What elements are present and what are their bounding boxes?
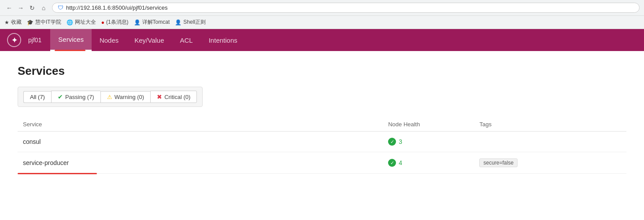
nav-links: Services Nodes Key/Value ACL Intentions [50,29,245,51]
filter-warning-label: Warning (0) [115,94,144,100]
nav-intentions-label: Intentions [209,37,237,44]
nav-nodes-label: Nodes [100,37,118,44]
health-check-icon: ✓ [388,138,396,146]
school-icon: 🎓 [27,19,33,26]
star-icon: ★ [4,19,9,26]
browser-controls: ← → ↻ ⌂ [4,3,48,13]
nav-link-acl[interactable]: ACL [172,29,201,51]
filter-critical-button[interactable]: ✖ Critical (0) [150,91,197,103]
bookmark-wangzhi[interactable]: 🌐 网址大全 [67,18,96,26]
filter-warning-button[interactable]: ⚠ Warning (0) [100,91,150,103]
nav-link-nodes[interactable]: Nodes [92,29,126,51]
nav-services-label: Services [58,36,84,43]
health-count: 4 [399,159,402,166]
bookmark-tomcat-label: 详解Tomcat [142,18,170,26]
bookmark-collect-label: 收藏 [11,18,22,26]
bookmark-shell-label: Shell正则 [183,18,206,26]
main-content: Services All (7) ✔ Passing (7) ⚠ Warning… [0,51,644,187]
nav-logo: ✦ [7,33,21,47]
reload-button[interactable]: ↻ [27,3,37,13]
bookmark-crx-label: (1条消息) [106,18,129,26]
col-header-service: Service [18,117,383,132]
globe-icon: 🌐 [67,19,73,26]
person-icon: 👤 [134,19,141,26]
back-button[interactable]: ← [4,3,14,13]
table-row[interactable]: service-producer ✓ 4 secure=false [18,152,626,174]
forward-button[interactable]: → [16,3,26,13]
critical-x-icon: ✖ [157,93,162,100]
page-title: Services [18,64,626,78]
health-check-icon: ✓ [388,159,396,167]
service-name-cell-producer: service-producer [18,152,383,174]
health-count: 3 [399,138,402,145]
bookmark-wangzhi-label: 网址大全 [75,18,96,26]
nav-acl-label: ACL [180,37,193,44]
table-header-row: Service Node Health Tags [18,117,626,132]
services-table: Service Node Health Tags consul ✓ [18,117,626,174]
address-bar[interactable]: 🛡 http://192.168.1.6:8500/ui/pjf01/servi… [52,3,640,13]
bookmark-crx[interactable]: ● (1条消息) [101,18,129,26]
nav-keyvalue-label: Key/Value [134,37,164,44]
health-cell-consul: ✓ 3 [383,132,474,152]
nav-link-services[interactable]: Services [50,29,92,51]
tags-cell-producer: secure=false [474,152,626,174]
browser-bar: ← → ↻ ⌂ 🛡 http://192.168.1.6:8500/ui/pjf… [0,0,644,16]
filter-critical-label: Critical (0) [164,94,190,100]
col-header-nodehealth: Node Health [383,117,474,132]
services-underline-annotation [55,50,85,51]
bookmark-tomcat[interactable]: 👤 详解Tomcat [134,18,170,26]
logo-icon: ✦ [11,36,17,44]
crx-icon: ● [101,19,104,26]
url-text: http://192.168.1.6:8500/ui/pjf01/service… [66,4,168,11]
table-row[interactable]: consul ✓ 3 [18,132,626,152]
home-button[interactable]: ⌂ [39,3,48,13]
tags-cell-consul [474,132,626,152]
producer-underline-annotation [18,173,97,174]
nav-link-keyvalue[interactable]: Key/Value [126,29,172,51]
security-shield-icon: 🛡 [58,4,63,11]
health-indicator: ✓ 3 [388,138,469,146]
filter-passing-button[interactable]: ✔ Passing (7) [51,91,100,103]
col-header-tags: Tags [474,117,626,132]
bookmark-zhongit-label: 慧中IT学院 [35,18,61,26]
bookmarks-bar: ★ 收藏 🎓 慧中IT学院 🌐 网址大全 ● (1条消息) 👤 详解Tomcat… [0,16,644,29]
warning-triangle-icon: ⚠ [107,94,112,100]
filter-all-label: All (7) [30,94,45,100]
app-nav: ✦ pjf01 Services Nodes Key/Value ACL Int… [0,29,644,51]
filter-bar: All (7) ✔ Passing (7) ⚠ Warning (0) ✖ Cr… [18,87,203,107]
health-cell-producer: ✓ 4 [383,152,474,174]
service-name: service-producer [23,159,69,166]
nav-link-intentions[interactable]: Intentions [201,29,245,51]
bookmark-zhongit[interactable]: 🎓 慧中IT学院 [27,18,61,26]
service-name-cell: consul [18,132,383,152]
bookmark-collect[interactable]: ★ 收藏 [4,18,22,26]
bookmark-shell[interactable]: 👤 Shell正则 [175,18,206,26]
filter-passing-label: Passing (7) [65,94,94,100]
passing-check-icon: ✔ [58,93,63,100]
filter-all-button[interactable]: All (7) [23,91,51,103]
person2-icon: 👤 [175,19,181,26]
nav-datacenter: pjf01 [28,37,41,44]
tag-badge: secure=false [479,158,517,167]
service-name: consul [23,138,41,145]
health-indicator: ✓ 4 [388,159,469,167]
